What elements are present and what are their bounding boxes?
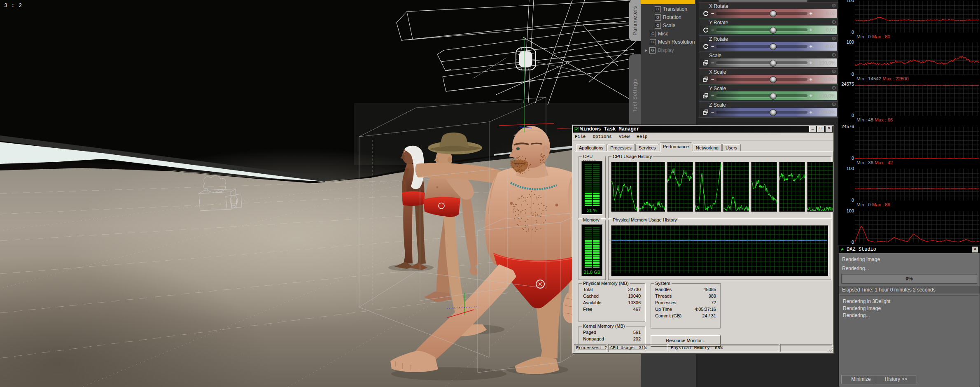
task-manager-icon: [574, 127, 579, 132]
tab-networking[interactable]: Networking: [693, 144, 722, 152]
led-column: [585, 164, 592, 206]
gear-icon[interactable]: ⚙: [831, 52, 836, 58]
led-column: [585, 227, 592, 268]
minimize-button[interactable]: Minimize: [841, 375, 881, 384]
slider-thumb[interactable]: [770, 10, 777, 17]
decrement-button[interactable]: −: [711, 9, 714, 17]
gear-icon[interactable]: ⚙: [831, 101, 836, 107]
close-icon[interactable]: x: [826, 126, 833, 132]
tab-applications[interactable]: Applications: [576, 144, 607, 152]
slider-thumb[interactable]: [770, 109, 777, 116]
tree-item-misc[interactable]: GMisc: [650, 30, 668, 38]
stat-row: Up Time4:05:37:16: [655, 307, 716, 312]
viewport-3d[interactable]: 3 : 2: [0, 0, 641, 387]
cpu-history-group: CPU Usage History: [608, 156, 831, 218]
decrement-button[interactable]: −: [711, 92, 714, 100]
maximize-icon[interactable]: □: [817, 126, 824, 132]
monitor-chart-1: [855, 1, 979, 33]
slider-bar: −+100.0%: [700, 91, 837, 100]
viewport-scene: [0, 0, 641, 387]
task-manager-window[interactable]: Windows Task Manager _ □ x FileOptionsVi…: [572, 125, 834, 354]
slider-track[interactable]: [716, 94, 808, 97]
stat-value: 45085: [703, 287, 716, 292]
expand-arrow-icon[interactable]: ▶: [645, 49, 647, 52]
gear-icon[interactable]: ⚙: [831, 85, 836, 91]
slider-thumb[interactable]: [770, 93, 777, 100]
group-icon: G: [650, 39, 656, 45]
stat-value: 10306: [628, 300, 641, 305]
dock-tab-parameters[interactable]: Parameters: [629, 0, 641, 41]
gear-icon[interactable]: ⚙: [831, 19, 836, 25]
decrement-button[interactable]: −: [711, 42, 714, 50]
aspect-ratio-label: 3 : 2: [4, 2, 22, 9]
cpu-usage-gauge: 31 %: [581, 161, 603, 214]
decrement-button[interactable]: −: [711, 59, 714, 67]
increment-button[interactable]: +: [809, 9, 812, 17]
minimize-icon[interactable]: _: [809, 126, 816, 132]
dock-tab-tool-settings[interactable]: Tool Settings: [629, 54, 641, 137]
menu-help[interactable]: Help: [637, 134, 647, 139]
resize-grip[interactable]: [828, 347, 833, 352]
increment-button[interactable]: +: [809, 108, 812, 116]
increment-button[interactable]: +: [809, 92, 812, 100]
tree-item-label: Display: [658, 47, 674, 53]
slider-track[interactable]: [716, 12, 808, 15]
tree-item-translation[interactable]: GTranslation: [655, 5, 687, 13]
tree-item-display[interactable]: ▶GDisplay: [645, 46, 674, 54]
slider-thumb[interactable]: [770, 76, 777, 83]
tree-selected-row[interactable]: [641, 0, 695, 4]
memory-history-group: Physical Memory Usage History: [608, 220, 831, 280]
decrement-button[interactable]: −: [711, 75, 714, 83]
gear-icon[interactable]: ⚙: [831, 68, 836, 75]
increment-button[interactable]: +: [809, 75, 812, 83]
increment-button[interactable]: +: [809, 59, 812, 67]
decrement-button[interactable]: −: [711, 108, 714, 116]
monitor-chart-5: [855, 169, 979, 200]
stat-row: Cached10040: [583, 294, 641, 298]
tree-item-scale[interactable]: GScale: [655, 21, 675, 30]
status-cell-0: Processes: 72: [574, 344, 607, 352]
tree-item-mesh-resolution[interactable]: GMesh Resolution: [650, 38, 695, 46]
slider-track[interactable]: [716, 61, 808, 64]
slider-thumb[interactable]: [770, 60, 777, 67]
increment-button[interactable]: +: [809, 26, 812, 34]
stat-label: Processes: [655, 300, 676, 305]
group-icon: G: [655, 6, 661, 12]
decrement-button[interactable]: −: [711, 26, 714, 34]
stat-row: Free467: [583, 307, 641, 312]
tab-processes[interactable]: Processes: [607, 144, 635, 152]
slider-track[interactable]: [716, 28, 808, 31]
dialog-titlebar[interactable]: DAZ Studio x: [839, 246, 980, 253]
slider-bar: −+0.00: [700, 9, 837, 18]
gear-icon[interactable]: ⚙: [831, 35, 836, 42]
slider-value: 0.00: [814, 44, 835, 49]
slider-thumb[interactable]: [770, 27, 777, 34]
tab-performance[interactable]: Performance: [660, 142, 692, 152]
group-icon: G: [650, 31, 656, 37]
render-status-line2: Rendering...: [842, 266, 869, 271]
stat-label: Available: [583, 300, 601, 305]
gear-icon[interactable]: ⚙: [831, 2, 836, 9]
slider-track[interactable]: [716, 78, 808, 81]
tab-services[interactable]: Services: [635, 144, 659, 152]
increment-button[interactable]: +: [809, 42, 812, 50]
menu-options[interactable]: Options: [593, 134, 611, 139]
history-button[interactable]: History >>: [876, 375, 916, 384]
render-log[interactable]: Rendering in 3DelightRendering ImageRend…: [840, 295, 979, 387]
slider-value: 100.0%: [814, 110, 835, 115]
tree-item-rotation[interactable]: GRotation: [655, 13, 681, 21]
memory-history-chart: [611, 225, 828, 276]
cpu-core-history-chart: [695, 162, 721, 212]
stat-value: 989: [709, 294, 716, 298]
partial-slider-track: [719, 0, 807, 2]
menu-view[interactable]: View: [619, 134, 630, 139]
slider-track[interactable]: [716, 45, 808, 48]
tab-users[interactable]: Users: [722, 144, 741, 152]
slider-track[interactable]: [716, 111, 808, 114]
menu-file[interactable]: File: [575, 134, 586, 139]
slider-bar: −+100.0%: [700, 75, 837, 84]
task-manager-titlebar[interactable]: Windows Task Manager _ □ x: [573, 126, 833, 133]
y-axis-zero-label: 0: [838, 198, 854, 203]
slider-thumb[interactable]: [770, 43, 777, 50]
close-icon[interactable]: x: [972, 247, 978, 253]
